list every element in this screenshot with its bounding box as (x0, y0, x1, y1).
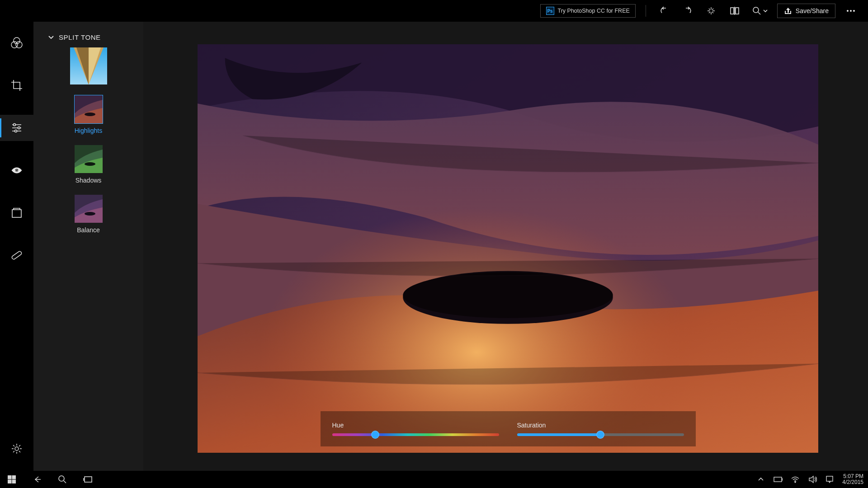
saturation-knob[interactable] (596, 431, 604, 439)
share-icon (784, 7, 792, 15)
compare-button[interactable] (726, 3, 743, 19)
svg-point-9 (14, 124, 16, 126)
thumb-shadows-label: Shadows (75, 177, 102, 184)
saturation-slider-group: Saturation (517, 422, 684, 436)
photoshop-promo-button[interactable]: Ps Try PhotoShop CC for FREE (540, 4, 636, 18)
save-share-button[interactable]: Save/Share (777, 4, 835, 18)
photoshop-promo-label: Try PhotoShop CC for FREE (558, 8, 630, 14)
battery-indicator[interactable] (774, 475, 783, 484)
svg-point-2 (753, 7, 759, 13)
thumb-balance-label: Balance (77, 226, 100, 234)
svg-point-25 (85, 212, 95, 216)
side-panel: SPLIT TONE (33, 22, 143, 471)
arrow-left-icon (33, 475, 42, 484)
thumb-balance-image (75, 195, 103, 223)
chevron-down-icon (763, 8, 768, 14)
svg-rect-39 (826, 476, 833, 481)
gear-icon (11, 443, 23, 455)
thumb-original[interactable] (70, 47, 107, 84)
search-icon (58, 475, 67, 484)
thumb-shadows-image (75, 145, 103, 173)
volume-icon (808, 475, 817, 483)
more-button[interactable] (843, 3, 859, 19)
taskview-button[interactable] (83, 475, 92, 484)
chevron-up-icon (758, 476, 764, 483)
action-center[interactable] (825, 475, 834, 484)
topbar: Ps Try PhotoShop CC for FREE Save/Share (0, 0, 868, 22)
taskbar-left (5, 475, 92, 484)
hue-slider[interactable] (332, 433, 499, 436)
compare-icon (729, 5, 740, 16)
svg-rect-35 (85, 477, 92, 482)
zoom-button[interactable] (750, 3, 770, 19)
svg-rect-31 (12, 475, 16, 479)
stage: Hue Saturation (143, 22, 868, 471)
eye-icon (10, 164, 23, 177)
hue-knob[interactable] (371, 431, 379, 439)
tool-adjust[interactable] (0, 115, 33, 141)
topbar-separator (646, 5, 646, 17)
back-button[interactable] (33, 475, 42, 484)
windows-icon (8, 475, 16, 483)
thumb-highlights-image (75, 95, 103, 123)
chevron-down-icon (48, 34, 54, 41)
svg-rect-36 (774, 477, 782, 482)
svg-rect-27 (198, 44, 818, 453)
auto-enhance-button[interactable] (703, 3, 719, 19)
toolstrip (0, 22, 33, 471)
tool-crop[interactable] (0, 72, 33, 99)
saturation-fill (517, 433, 601, 436)
svg-point-29 (403, 272, 613, 318)
svg-point-4 (850, 10, 851, 11)
undo-button[interactable] (656, 3, 672, 19)
thumb-highlights[interactable]: Highlights (75, 95, 103, 134)
svg-rect-13 (12, 210, 21, 217)
bandaid-icon (10, 249, 23, 262)
undo-icon (659, 5, 670, 16)
sliders-icon (10, 122, 23, 134)
tool-frames[interactable] (0, 200, 33, 226)
clock[interactable]: 5:07 PM 4/2/2015 (842, 474, 863, 485)
venn-icon (10, 36, 24, 50)
tool-redeye[interactable] (0, 157, 33, 183)
slider-panel: Hue Saturation (321, 411, 696, 446)
panel-header[interactable]: SPLIT TONE (33, 33, 143, 41)
search-button[interactable] (58, 475, 67, 484)
canvas[interactable]: Hue Saturation (198, 44, 818, 453)
start-button[interactable] (7, 475, 16, 484)
svg-point-23 (85, 162, 95, 166)
redo-icon (682, 5, 693, 16)
sparkle-icon (706, 5, 717, 16)
photo-image (198, 44, 818, 453)
svg-point-12 (16, 169, 18, 171)
svg-rect-0 (731, 8, 734, 14)
thumb-highlights-label: Highlights (75, 127, 102, 134)
svg-rect-1 (736, 8, 739, 14)
settings-button[interactable] (0, 436, 33, 462)
taskview-icon (83, 475, 92, 483)
more-icon (845, 5, 856, 16)
panel-title: SPLIT TONE (59, 33, 101, 41)
svg-point-5 (853, 10, 854, 11)
hue-slider-group: Hue (332, 422, 499, 436)
battery-icon (774, 476, 783, 483)
crop-icon (10, 79, 23, 92)
saturation-slider[interactable] (517, 433, 684, 436)
thumb-balance[interactable]: Balance (75, 195, 103, 234)
svg-point-15 (15, 447, 19, 450)
volume-indicator[interactable] (808, 475, 817, 484)
saturation-label: Saturation (517, 422, 684, 429)
clock-date: 4/2/2015 (842, 479, 863, 485)
wifi-indicator[interactable] (791, 475, 800, 484)
redo-button[interactable] (679, 3, 696, 19)
svg-rect-30 (8, 475, 11, 479)
svg-rect-33 (12, 480, 16, 483)
thumb-shadows[interactable]: Shadows (75, 145, 103, 184)
wifi-icon (791, 476, 800, 483)
svg-rect-32 (8, 480, 11, 483)
save-share-label: Save/Share (796, 7, 829, 14)
hue-label: Hue (332, 422, 499, 429)
tool-heal[interactable] (0, 242, 33, 268)
tool-looks[interactable] (0, 30, 33, 56)
tray-expand[interactable] (756, 475, 765, 484)
